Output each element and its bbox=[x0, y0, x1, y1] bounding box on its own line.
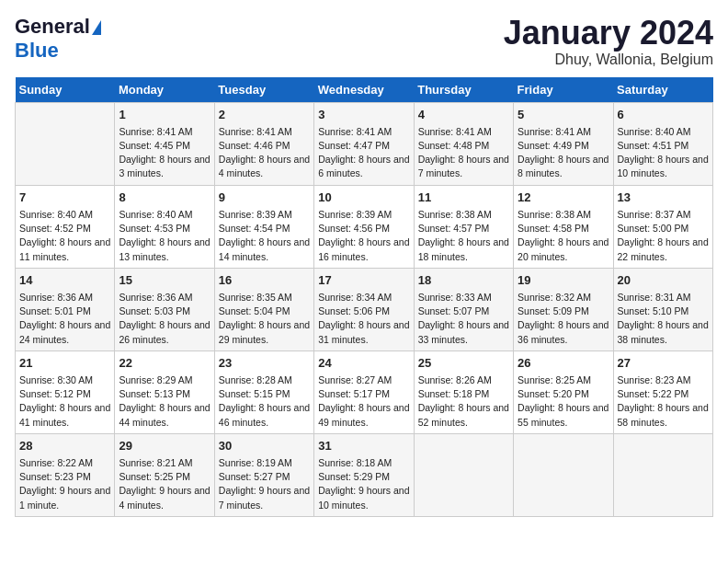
day-number: 5 bbox=[518, 107, 609, 123]
calendar-cell: 3Sunrise: 8:41 AMSunset: 4:47 PMDaylight… bbox=[314, 102, 414, 185]
calendar-cell: 2Sunrise: 8:41 AMSunset: 4:46 PMDaylight… bbox=[214, 102, 313, 185]
day-info: Sunrise: 8:25 AMSunset: 5:20 PMDaylight:… bbox=[518, 373, 609, 430]
day-info: Sunrise: 8:22 AMSunset: 5:23 PMDaylight:… bbox=[19, 456, 110, 512]
calendar-cell bbox=[414, 433, 513, 516]
logo-blue-text: Blue bbox=[15, 39, 59, 62]
day-number: 25 bbox=[418, 355, 509, 372]
day-number: 26 bbox=[518, 355, 609, 372]
calendar-cell: 8Sunrise: 8:40 AMSunset: 4:53 PMDaylight… bbox=[115, 185, 214, 268]
calendar-cell: 7Sunrise: 8:40 AMSunset: 4:52 PMDaylight… bbox=[16, 185, 115, 268]
day-number: 10 bbox=[318, 190, 409, 206]
calendar-cell: 21Sunrise: 8:30 AMSunset: 5:12 PMDayligh… bbox=[16, 350, 115, 433]
calendar-cell: 10Sunrise: 8:39 AMSunset: 4:56 PMDayligh… bbox=[314, 185, 414, 268]
week-row-4: 21Sunrise: 8:30 AMSunset: 5:12 PMDayligh… bbox=[16, 350, 713, 433]
day-number: 21 bbox=[19, 355, 110, 372]
calendar-cell: 20Sunrise: 8:31 AMSunset: 5:10 PMDayligh… bbox=[613, 268, 712, 350]
weekday-header-friday: Friday bbox=[514, 77, 613, 103]
weekday-header-tuesday: Tuesday bbox=[214, 77, 313, 103]
day-number: 22 bbox=[119, 355, 210, 372]
calendar-cell: 31Sunrise: 8:18 AMSunset: 5:29 PMDayligh… bbox=[314, 433, 414, 516]
calendar-cell: 6Sunrise: 8:40 AMSunset: 4:51 PMDaylight… bbox=[613, 102, 712, 185]
day-number: 1 bbox=[119, 107, 210, 123]
calendar-cell: 16Sunrise: 8:35 AMSunset: 5:04 PMDayligh… bbox=[214, 268, 313, 350]
calendar-cell: 23Sunrise: 8:28 AMSunset: 5:15 PMDayligh… bbox=[214, 350, 313, 433]
day-number: 30 bbox=[219, 438, 310, 454]
day-number: 29 bbox=[119, 438, 210, 454]
week-row-1: 1Sunrise: 8:41 AMSunset: 4:45 PMDaylight… bbox=[16, 102, 713, 185]
day-info: Sunrise: 8:18 AMSunset: 5:29 PMDaylight:… bbox=[318, 456, 409, 512]
day-number: 20 bbox=[618, 272, 709, 289]
calendar-cell: 22Sunrise: 8:29 AMSunset: 5:13 PMDayligh… bbox=[115, 350, 214, 433]
logo: General Blue bbox=[15, 15, 101, 63]
calendar-cell: 19Sunrise: 8:32 AMSunset: 5:09 PMDayligh… bbox=[514, 268, 613, 350]
day-info: Sunrise: 8:19 AMSunset: 5:27 PMDaylight:… bbox=[219, 456, 310, 512]
week-row-5: 28Sunrise: 8:22 AMSunset: 5:23 PMDayligh… bbox=[16, 433, 713, 516]
calendar-cell: 1Sunrise: 8:41 AMSunset: 4:45 PMDaylight… bbox=[115, 102, 214, 185]
calendar-cell: 9Sunrise: 8:39 AMSunset: 4:54 PMDaylight… bbox=[214, 185, 313, 268]
calendar-cell bbox=[613, 433, 712, 516]
week-row-2: 7Sunrise: 8:40 AMSunset: 4:52 PMDaylight… bbox=[16, 185, 713, 268]
day-number: 23 bbox=[219, 355, 310, 372]
day-info: Sunrise: 8:29 AMSunset: 5:13 PMDaylight:… bbox=[119, 373, 210, 430]
day-number: 9 bbox=[219, 190, 310, 206]
calendar-cell: 15Sunrise: 8:36 AMSunset: 5:03 PMDayligh… bbox=[115, 268, 214, 350]
day-info: Sunrise: 8:26 AMSunset: 5:18 PMDaylight:… bbox=[418, 373, 509, 430]
weekday-header-monday: Monday bbox=[115, 77, 214, 103]
day-number: 31 bbox=[318, 438, 409, 454]
calendar-cell: 18Sunrise: 8:33 AMSunset: 5:07 PMDayligh… bbox=[414, 268, 513, 350]
calendar-cell bbox=[514, 433, 613, 516]
day-number: 11 bbox=[418, 190, 509, 206]
logo-triangle-icon bbox=[92, 20, 101, 35]
day-info: Sunrise: 8:38 AMSunset: 4:57 PMDaylight:… bbox=[418, 208, 509, 264]
day-number: 2 bbox=[219, 107, 310, 123]
calendar-cell: 14Sunrise: 8:36 AMSunset: 5:01 PMDayligh… bbox=[16, 268, 115, 350]
calendar-cell: 26Sunrise: 8:25 AMSunset: 5:20 PMDayligh… bbox=[514, 350, 613, 433]
calendar-cell: 24Sunrise: 8:27 AMSunset: 5:17 PMDayligh… bbox=[314, 350, 414, 433]
calendar-subtitle: Dhuy, Wallonia, Belgium bbox=[504, 52, 713, 68]
calendar-cell: 5Sunrise: 8:41 AMSunset: 4:49 PMDaylight… bbox=[514, 102, 613, 185]
day-number: 7 bbox=[19, 190, 110, 206]
calendar-table: SundayMondayTuesdayWednesdayThursdayFrid… bbox=[15, 77, 713, 517]
page-header: General Blue January 2024 Dhuy, Wallonia… bbox=[15, 15, 713, 68]
day-info: Sunrise: 8:21 AMSunset: 5:25 PMDaylight:… bbox=[119, 456, 210, 512]
weekday-header-row: SundayMondayTuesdayWednesdayThursdayFrid… bbox=[16, 77, 713, 103]
weekday-header-sunday: Sunday bbox=[16, 77, 115, 103]
day-info: Sunrise: 8:38 AMSunset: 4:58 PMDaylight:… bbox=[518, 208, 609, 264]
day-info: Sunrise: 8:40 AMSunset: 4:51 PMDaylight:… bbox=[618, 125, 709, 181]
day-info: Sunrise: 8:34 AMSunset: 5:06 PMDaylight:… bbox=[318, 291, 409, 347]
day-number: 19 bbox=[518, 272, 609, 289]
day-number: 18 bbox=[418, 272, 509, 289]
calendar-cell: 29Sunrise: 8:21 AMSunset: 5:25 PMDayligh… bbox=[115, 433, 214, 516]
day-number: 24 bbox=[318, 355, 409, 372]
day-info: Sunrise: 8:40 AMSunset: 4:53 PMDaylight:… bbox=[119, 208, 210, 264]
day-info: Sunrise: 8:41 AMSunset: 4:48 PMDaylight:… bbox=[418, 125, 509, 181]
calendar-cell bbox=[16, 102, 115, 185]
title-block: January 2024 Dhuy, Wallonia, Belgium bbox=[504, 15, 713, 68]
day-number: 8 bbox=[119, 190, 210, 206]
day-info: Sunrise: 8:37 AMSunset: 5:00 PMDaylight:… bbox=[618, 208, 709, 264]
calendar-title: January 2024 bbox=[504, 15, 713, 52]
week-row-3: 14Sunrise: 8:36 AMSunset: 5:01 PMDayligh… bbox=[16, 268, 713, 350]
day-info: Sunrise: 8:30 AMSunset: 5:12 PMDaylight:… bbox=[19, 373, 110, 430]
calendar-cell: 17Sunrise: 8:34 AMSunset: 5:06 PMDayligh… bbox=[314, 268, 414, 350]
day-info: Sunrise: 8:39 AMSunset: 4:56 PMDaylight:… bbox=[318, 208, 409, 264]
calendar-cell: 13Sunrise: 8:37 AMSunset: 5:00 PMDayligh… bbox=[613, 185, 712, 268]
day-number: 3 bbox=[318, 107, 409, 123]
calendar-cell: 11Sunrise: 8:38 AMSunset: 4:57 PMDayligh… bbox=[414, 185, 513, 268]
day-info: Sunrise: 8:41 AMSunset: 4:45 PMDaylight:… bbox=[119, 125, 210, 181]
day-info: Sunrise: 8:27 AMSunset: 5:17 PMDaylight:… bbox=[318, 373, 409, 430]
weekday-header-saturday: Saturday bbox=[613, 77, 712, 103]
day-number: 28 bbox=[19, 438, 110, 454]
calendar-cell: 27Sunrise: 8:23 AMSunset: 5:22 PMDayligh… bbox=[613, 350, 712, 433]
day-info: Sunrise: 8:31 AMSunset: 5:10 PMDaylight:… bbox=[618, 291, 709, 347]
calendar-cell: 25Sunrise: 8:26 AMSunset: 5:18 PMDayligh… bbox=[414, 350, 513, 433]
day-info: Sunrise: 8:40 AMSunset: 4:52 PMDaylight:… bbox=[19, 208, 110, 264]
day-info: Sunrise: 8:33 AMSunset: 5:07 PMDaylight:… bbox=[418, 291, 509, 347]
day-number: 12 bbox=[518, 190, 609, 206]
day-number: 13 bbox=[618, 190, 709, 206]
day-number: 6 bbox=[618, 107, 709, 123]
logo-general-text: General bbox=[15, 15, 90, 38]
weekday-header-wednesday: Wednesday bbox=[314, 77, 414, 103]
day-number: 17 bbox=[318, 272, 409, 289]
day-number: 15 bbox=[119, 272, 210, 289]
